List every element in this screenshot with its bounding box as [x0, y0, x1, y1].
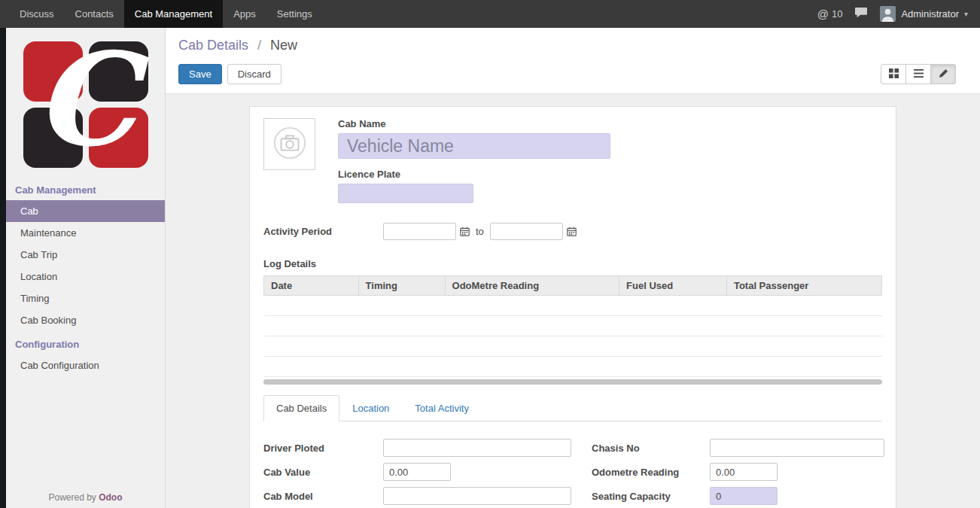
discard-button[interactable]: Discard	[227, 64, 282, 84]
odoo-brand-link[interactable]: Odoo	[99, 492, 122, 503]
menu-apps[interactable]: Apps	[223, 0, 266, 28]
cab-name-input[interactable]	[338, 133, 610, 159]
log-empty-row	[264, 296, 882, 316]
button-row: Save Discard	[178, 64, 968, 84]
odometre-reading-input[interactable]	[710, 463, 778, 481]
mentions-button[interactable]: @ 10	[817, 8, 843, 20]
horizontal-scrollbar[interactable]	[263, 379, 882, 385]
head-fields: Cab Name Licence Plate	[338, 118, 610, 203]
sidebar-item-cab-configuration[interactable]: Cab Configuration	[6, 354, 165, 376]
fields-column-left: Driver Ploted Cab Value Cab Model	[263, 439, 592, 508]
logo-square-red	[23, 41, 83, 102]
kanban-grid-icon	[889, 68, 899, 81]
tab-location[interactable]: Location	[339, 395, 402, 421]
field-row-driver-ploted: Driver Ploted	[263, 439, 592, 457]
odoo-app-window: Discuss Contacts Cab Management Apps Set…	[0, 0, 980, 508]
log-col-date[interactable]: Date	[264, 276, 359, 296]
sidebar: C Cab Management Cab Maintenance Cab Tri…	[6, 28, 166, 508]
log-col-fuel-used[interactable]: Fuel Used	[619, 276, 727, 296]
form-sheet: Cab Name Licence Plate Activity Period	[249, 106, 896, 508]
user-name: Administrator	[901, 8, 959, 20]
range-to-label: to	[476, 226, 484, 237]
sidebar-item-cab[interactable]: Cab	[6, 200, 165, 222]
calendar-icon[interactable]	[460, 227, 470, 236]
activity-period-row: Activity Period to	[263, 223, 882, 240]
logo-squares	[23, 41, 148, 168]
log-col-total-passenger[interactable]: Total Passenger	[726, 276, 881, 296]
cab-model-input[interactable]	[383, 487, 571, 505]
log-col-odometre-reading[interactable]: OdoMetre Reading	[445, 276, 619, 296]
mention-count-badge: 10	[832, 8, 842, 20]
top-navbar: Discuss Contacts Cab Management Apps Set…	[0, 0, 980, 28]
sidebar-item-maintenance[interactable]: Maintenance	[6, 222, 165, 244]
log-empty-row	[264, 357, 882, 377]
field-row-chasis-no: Chasis No	[592, 439, 884, 457]
save-button[interactable]: Save	[178, 64, 222, 84]
topbar-right: @ 10 Administrator ▾	[817, 6, 980, 22]
seating-capacity-label: Seating Capacity	[592, 491, 710, 502]
sidebar-item-timing[interactable]: Timing	[6, 287, 165, 309]
tab-content-cab-details: Driver Ploted Cab Value Cab Model	[263, 439, 882, 508]
calendar-icon[interactable]	[567, 227, 577, 236]
menu-settings[interactable]: Settings	[266, 0, 323, 28]
sidebar-item-location[interactable]: Location	[6, 266, 165, 287]
chasis-no-input[interactable]	[710, 439, 884, 457]
menu-cab-management[interactable]: Cab Management	[124, 0, 223, 28]
menu-discuss[interactable]: Discuss	[9, 0, 65, 28]
log-empty-row	[264, 336, 882, 357]
licence-plate-input[interactable]	[338, 184, 473, 203]
log-header-row: Date Timing OdoMetre Reading Fuel Used T…	[264, 276, 882, 296]
logo-square-red	[89, 108, 148, 168]
logo-square-dark	[89, 41, 148, 102]
tab-total-activity[interactable]: Total Activity	[402, 395, 482, 421]
odometre-reading-label: Odometre Reading	[592, 467, 710, 478]
menu-contacts[interactable]: Contacts	[65, 0, 124, 28]
log-details-label: Log Details	[263, 258, 882, 269]
activity-period-label: Activity Period	[263, 226, 383, 237]
app-logo: C	[23, 41, 148, 168]
cab-image-placeholder[interactable]	[263, 118, 315, 170]
notebook-tabs: Cab Details Location Total Activity	[263, 395, 882, 421]
cab-value-input[interactable]	[383, 463, 451, 481]
field-row-cab-model: Cab Model	[263, 487, 592, 505]
mention-icon: @	[817, 8, 829, 20]
kanban-view-button[interactable]	[881, 64, 906, 84]
left-edge-strip	[0, 28, 6, 508]
form-view-button[interactable]	[930, 64, 956, 84]
breadcrumb-parent[interactable]: Cab Details	[178, 38, 248, 53]
breadcrumb-current: New	[270, 38, 297, 53]
main-menu: Discuss Contacts Cab Management Apps Set…	[0, 0, 323, 28]
chasis-no-label: Chasis No	[592, 443, 710, 454]
sidebar-item-cab-trip[interactable]: Cab Trip	[6, 244, 165, 266]
control-panel: Cab Details / New Save Discard	[166, 28, 980, 94]
edit-pencil-icon	[939, 68, 948, 81]
list-lines-icon	[914, 68, 924, 81]
chat-bubble-icon	[854, 7, 868, 21]
cab-value-label: Cab Value	[263, 467, 383, 478]
licence-plate-label: Licence Plate	[338, 169, 610, 180]
cab-name-label: Cab Name	[338, 118, 610, 129]
camera-icon	[272, 126, 307, 163]
main-area: Cab Details / New Save Discard	[166, 28, 980, 508]
log-empty-row	[264, 316, 882, 336]
avatar	[880, 6, 896, 22]
content-area: Cab Name Licence Plate Activity Period	[166, 94, 980, 508]
driver-ploted-label: Driver Ploted	[263, 443, 383, 454]
sidebar-heading-configuration: Configuration	[6, 331, 165, 354]
sidebar-item-cab-booking[interactable]: Cab Booking	[6, 309, 165, 331]
messages-button[interactable]	[854, 7, 868, 21]
breadcrumb: Cab Details / New	[178, 38, 968, 53]
powered-by-text: Powered by	[48, 492, 96, 503]
list-view-button[interactable]	[905, 64, 931, 84]
sidebar-section-configuration: Configuration Cab Configuration	[6, 331, 165, 376]
activity-start-input[interactable]	[383, 223, 456, 240]
driver-ploted-input[interactable]	[383, 439, 571, 457]
tab-cab-details[interactable]: Cab Details	[263, 395, 339, 421]
user-menu[interactable]: Administrator ▾	[880, 6, 968, 22]
log-col-timing[interactable]: Timing	[358, 276, 445, 296]
activity-end-input[interactable]	[490, 223, 563, 240]
sidebar-section-cab-management: Cab Management Cab Maintenance Cab Trip …	[6, 177, 165, 331]
breadcrumb-separator: /	[257, 38, 261, 53]
seating-capacity-input[interactable]	[710, 487, 778, 505]
logo-square-dark	[23, 108, 83, 168]
